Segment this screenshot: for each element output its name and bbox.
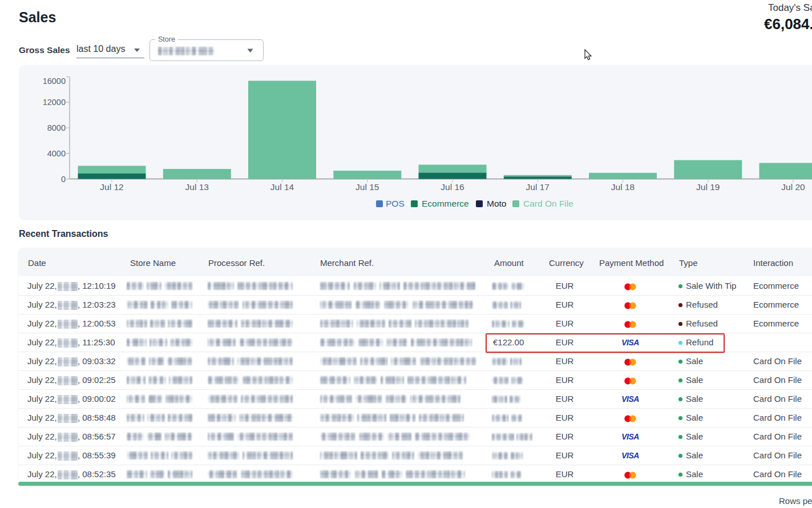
svg-text:Jul 20: Jul 20 bbox=[781, 182, 805, 192]
svg-text:Jul 14: Jul 14 bbox=[270, 182, 294, 192]
svg-text:8000: 8000 bbox=[47, 123, 66, 132]
svg-text:Jul 15: Jul 15 bbox=[355, 182, 379, 192]
svg-text:16000: 16000 bbox=[43, 76, 66, 86]
svg-text:Jul 17: Jul 17 bbox=[526, 182, 550, 192]
svg-text:Jul 18: Jul 18 bbox=[611, 182, 635, 192]
svg-text:12000: 12000 bbox=[43, 98, 66, 107]
svg-text:0: 0 bbox=[61, 175, 66, 184]
svg-text:Jul 13: Jul 13 bbox=[185, 182, 209, 192]
svg-text:Jul 16: Jul 16 bbox=[441, 182, 464, 192]
svg-text:Jul 19: Jul 19 bbox=[696, 182, 720, 192]
svg-text:4000: 4000 bbox=[47, 149, 66, 158]
svg-text:Jul 12: Jul 12 bbox=[100, 182, 123, 192]
